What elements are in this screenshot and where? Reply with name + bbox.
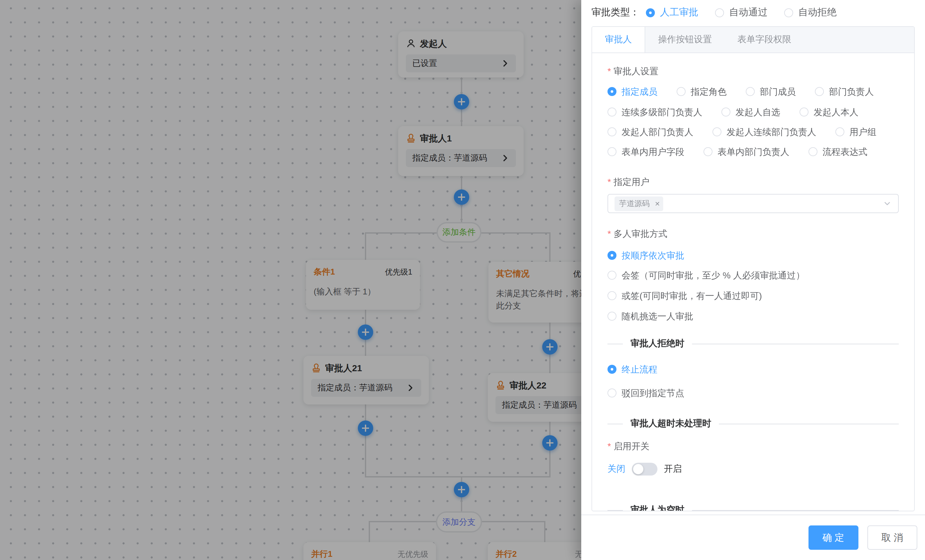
radio-icon bbox=[607, 312, 616, 321]
radio-icon bbox=[607, 388, 616, 397]
radio-label: 或签(可同时审批，有一人通过即可) bbox=[622, 289, 762, 302]
assign-user-label: *指定用户 bbox=[607, 175, 899, 188]
timeout-toggle[interactable] bbox=[632, 463, 657, 476]
radio-manual-approval[interactable]: 人工审批 bbox=[646, 6, 698, 18]
tab-action-buttons[interactable]: 操作按钮设置 bbox=[645, 27, 725, 53]
radio-initiator-self[interactable]: 发起人本人 bbox=[800, 105, 859, 118]
tab-form-field-permissions[interactable]: 表单字段权限 bbox=[725, 27, 804, 53]
required-asterisk: * bbox=[607, 177, 611, 187]
reject-section-divider: 审批人拒绝时 bbox=[607, 337, 899, 350]
radio-icon bbox=[835, 127, 844, 136]
radio-process-expression[interactable]: 流程表达式 bbox=[809, 145, 868, 158]
radio-label: 用户组 bbox=[850, 125, 876, 138]
radio-icon bbox=[607, 365, 616, 374]
radio-countersign[interactable]: 会签（可同时审批，至少 % 人必须审批通过） bbox=[607, 269, 804, 282]
approval-settings-drawer: 审批类型： 人工审批 自动通过 自动拒绝 审批人 操作按钮设置 bbox=[581, 0, 925, 560]
radio-label: 指定角色 bbox=[691, 85, 726, 98]
required-asterisk: * bbox=[607, 441, 611, 451]
drawer-footer: 确 定 取 消 bbox=[581, 515, 925, 560]
radio-orsign[interactable]: 或签(可同时审批，有一人通过即可) bbox=[607, 289, 762, 302]
radio-assign-role[interactable]: 指定角色 bbox=[676, 85, 726, 98]
radio-label: 发起人部门负责人 bbox=[622, 125, 693, 138]
radio-icon bbox=[676, 87, 685, 96]
radio-label: 终止流程 bbox=[622, 363, 657, 376]
radio-sequential-approval[interactable]: 按顺序依次审批 bbox=[607, 249, 684, 262]
approval-type-label: 审批类型： bbox=[592, 6, 639, 18]
radio-form-dept-leader[interactable]: 表单内部门负责人 bbox=[704, 145, 789, 158]
tab-label: 表单字段权限 bbox=[737, 34, 791, 45]
radio-icon bbox=[607, 87, 616, 96]
radio-terminate-process[interactable]: 终止流程 bbox=[607, 363, 657, 376]
enable-switch-label: *启用开关 bbox=[607, 440, 899, 453]
timeout-switch-row: 关闭 开启 bbox=[607, 463, 899, 476]
radio-icon bbox=[715, 8, 724, 17]
radio-label: 按顺序依次审批 bbox=[622, 249, 684, 262]
radio-icon bbox=[800, 107, 809, 116]
required-asterisk: * bbox=[607, 66, 611, 76]
radio-icon bbox=[815, 87, 824, 96]
divider-title: 审批人为空时 bbox=[631, 504, 684, 511]
radio-initiator-dept-leader[interactable]: 发起人部门负责人 bbox=[607, 125, 693, 138]
radio-label: 驳回到指定节点 bbox=[622, 387, 684, 399]
close-icon[interactable] bbox=[653, 199, 662, 208]
radio-dept-leader[interactable]: 部门负责人 bbox=[815, 85, 874, 98]
empty-approver-divider: 审批人为空时 bbox=[607, 504, 899, 511]
tab-label: 审批人 bbox=[605, 34, 632, 45]
radio-icon bbox=[607, 271, 616, 280]
switch-on-label: 开启 bbox=[664, 464, 682, 475]
radio-label: 人工审批 bbox=[660, 6, 698, 18]
radio-dept-member[interactable]: 部门成员 bbox=[746, 85, 796, 98]
radio-label: 发起人连续部门负责人 bbox=[726, 125, 816, 138]
assign-user-select[interactable]: 芋道源码 bbox=[607, 194, 899, 213]
radio-multi-level-dept-leader[interactable]: 连续多级部门负责人 bbox=[607, 105, 702, 118]
multi-mode-label: *多人审批方式 bbox=[607, 227, 899, 240]
radio-label: 自动拒绝 bbox=[798, 6, 837, 18]
radio-auto-reject[interactable]: 自动拒绝 bbox=[784, 6, 837, 18]
radio-icon bbox=[722, 107, 731, 116]
radio-icon bbox=[713, 127, 722, 136]
radio-label: 部门负责人 bbox=[829, 85, 874, 98]
radio-icon bbox=[607, 147, 616, 156]
radio-initiator-choose[interactable]: 发起人自选 bbox=[722, 105, 780, 118]
approval-type-row: 审批类型： 人工审批 自动通过 自动拒绝 bbox=[592, 6, 915, 18]
radio-icon bbox=[784, 8, 793, 17]
radio-random-one[interactable]: 随机挑选一人审批 bbox=[607, 310, 693, 322]
chevron-down-icon bbox=[883, 199, 892, 208]
tab-label: 操作按钮设置 bbox=[658, 34, 712, 45]
tab-approver[interactable]: 审批人 bbox=[592, 27, 645, 53]
radio-label: 部门成员 bbox=[760, 85, 796, 98]
radio-initiator-multi-dept-leader[interactable]: 发起人连续部门负责人 bbox=[713, 125, 816, 138]
radio-assign-member[interactable]: 指定成员 bbox=[607, 85, 657, 98]
radio-label: 发起人本人 bbox=[814, 105, 859, 118]
radio-icon bbox=[704, 147, 713, 156]
confirm-button[interactable]: 确 定 bbox=[808, 525, 858, 550]
settings-tabs-card: 审批人 操作按钮设置 表单字段权限 *审批人设置 指定成员 bbox=[592, 26, 915, 511]
radio-icon bbox=[607, 291, 616, 300]
radio-icon bbox=[607, 107, 616, 116]
radio-icon bbox=[746, 87, 755, 96]
radio-form-user-field[interactable]: 表单内用户字段 bbox=[607, 145, 684, 158]
radio-label: 指定成员 bbox=[622, 85, 657, 98]
selected-user-tag: 芋道源码 bbox=[615, 196, 663, 211]
radio-user-group[interactable]: 用户组 bbox=[835, 125, 876, 138]
radio-label: 表单内部门负责人 bbox=[718, 145, 789, 158]
required-asterisk: * bbox=[607, 229, 611, 239]
radio-return-to-node[interactable]: 驳回到指定节点 bbox=[607, 387, 684, 399]
timeout-section-divider: 审批人超时未处理时 bbox=[607, 417, 899, 430]
tag-label: 芋道源码 bbox=[619, 198, 650, 209]
approval-flow-designer: 发起人 已设置 审批人1 指定成员 bbox=[0, 0, 925, 560]
approver-setting-label: *审批人设置 bbox=[607, 65, 899, 77]
switch-off-label: 关闭 bbox=[607, 464, 625, 475]
radio-label: 连续多级部门负责人 bbox=[622, 105, 702, 118]
divider-title: 审批人拒绝时 bbox=[631, 338, 684, 349]
tab-content-approver: *审批人设置 指定成员 指定角色 部门成员 bbox=[592, 53, 914, 511]
radio-label: 会签（可同时审批，至少 % 人必须审批通过） bbox=[622, 269, 804, 282]
radio-icon bbox=[809, 147, 818, 156]
divider-title: 审批人超时未处理时 bbox=[631, 418, 711, 429]
radio-auto-approve[interactable]: 自动通过 bbox=[715, 6, 768, 18]
radio-icon bbox=[607, 127, 616, 136]
tabs-header: 审批人 操作按钮设置 表单字段权限 bbox=[592, 27, 914, 53]
cancel-button[interactable]: 取 消 bbox=[868, 525, 917, 550]
radio-label: 随机挑选一人审批 bbox=[622, 310, 693, 322]
radio-label: 发起人自选 bbox=[735, 105, 780, 118]
